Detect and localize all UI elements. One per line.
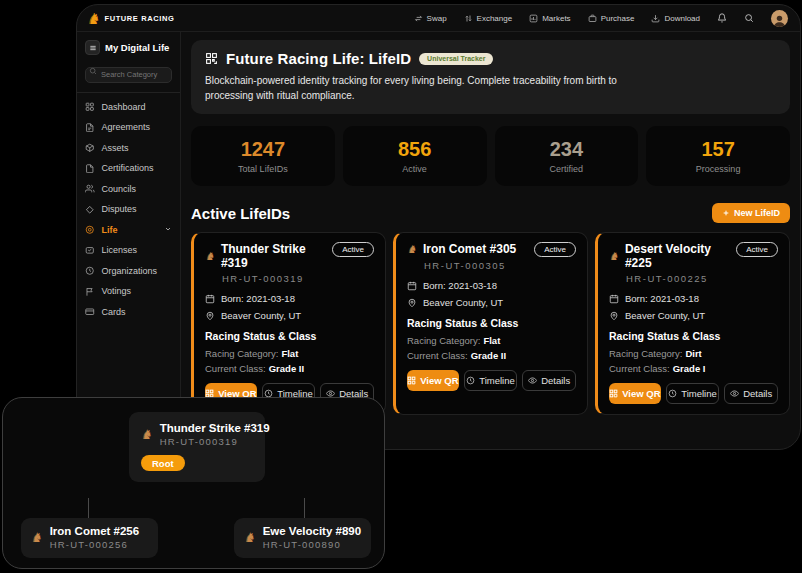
tree-node-root[interactable]: ♞ Thunder Strike #319 HR-UT-000319 Root (129, 412, 265, 482)
sidebar-item-label: Licenses (102, 245, 138, 255)
lifeid-code: HR-UT-000225 (626, 273, 778, 284)
top-nav: Swap Exchange Markets Purchase Download (414, 10, 788, 27)
sidebar-item-label: Life (102, 225, 118, 235)
clock-icon (85, 266, 95, 276)
clock-icon (466, 376, 475, 385)
diamond-icon (85, 205, 95, 215)
timeline-label: Timeline (479, 375, 515, 386)
timeline-label: Timeline (681, 388, 717, 399)
menu-toggle-button[interactable] (85, 40, 100, 55)
sidebar-item-life[interactable]: Life (85, 220, 172, 241)
tree-connector (304, 498, 305, 518)
person-icon (773, 14, 786, 27)
sidebar-item-label: Organizations (102, 266, 158, 276)
sidebar-item-disputes[interactable]: Disputes (85, 199, 172, 220)
sidebar-item-dashboard[interactable]: Dashboard (85, 97, 172, 118)
new-lifeid-button[interactable]: New LifeID (712, 203, 790, 223)
born-date: Born: 2021-03-18 (423, 280, 497, 291)
location-pin-icon (407, 298, 417, 308)
nav-markets[interactable]: Markets (529, 14, 570, 23)
stat-value: 157 (646, 139, 790, 159)
plus-icon (722, 209, 730, 217)
tree-connector (88, 498, 89, 518)
tree-node-id: HR-UT-000890 (263, 539, 361, 550)
sidebar-item-label: Dashboard (102, 102, 146, 112)
location-pin-icon (205, 311, 215, 321)
brand-horse-icon: ♞ (87, 11, 100, 26)
tree-node-name: Ewe Velocity #890 (263, 525, 361, 537)
sidebar-item-cards[interactable]: Cards (85, 302, 172, 323)
user-avatar[interactable] (771, 10, 788, 27)
exchange-icon (464, 14, 473, 23)
sidebar-item-label: Cards (102, 307, 126, 317)
stat-label: Total LifeIDs (191, 164, 335, 174)
clock-icon (668, 389, 677, 398)
sidebar-item-organizations[interactable]: Organizations (85, 261, 172, 282)
nav-purchase[interactable]: Purchase (588, 14, 635, 23)
status-badge: Active (534, 242, 576, 257)
racing-category-label: Racing Category: (407, 335, 480, 346)
credit-card-icon (85, 307, 95, 317)
details-button[interactable]: Details (724, 383, 778, 404)
sidebar-header: My Digital Life (85, 40, 172, 55)
tree-node-child[interactable]: ♞ Iron Comet #256 HR-UT-000256 (21, 518, 158, 558)
location: Beaver County, UT (221, 310, 301, 321)
sidebar: My Digital Life Dashboard Agreements (77, 32, 181, 449)
details-label: Details (743, 388, 772, 399)
notifications-button[interactable] (717, 13, 727, 23)
lineage-tree-panel: ♞ Thunder Strike #319 HR-UT-000319 Root … (2, 397, 385, 569)
lifeid-name: Desert Velocity #225 (625, 242, 736, 270)
sidebar-item-councils[interactable]: Councils (85, 179, 172, 200)
current-class-label: Current Class: (407, 350, 468, 361)
view-qr-button[interactable]: View QR (609, 383, 661, 404)
view-qr-button[interactable]: View QR (407, 370, 459, 391)
search-category-input[interactable] (85, 67, 172, 83)
horse-icon: ♞ (31, 531, 43, 544)
status-badge: Active (332, 242, 374, 257)
app-body: My Digital Life Dashboard Agreements (77, 32, 800, 449)
racing-status-title: Racing Status & Class (609, 330, 778, 342)
markets-icon (529, 14, 538, 23)
brand-name: FUTURE RACING (104, 14, 174, 23)
sidebar-item-label: Votings (102, 286, 132, 296)
nav-download[interactable]: Download (651, 14, 700, 23)
location: Beaver County, UT (625, 310, 705, 321)
tree-node-child[interactable]: ♞ Ewe Velocity #890 HR-UT-000890 (234, 518, 371, 558)
timeline-button[interactable]: Timeline (666, 383, 720, 404)
brand-logo[interactable]: ♞ FUTURE RACING (87, 11, 174, 26)
nav-exchange[interactable]: Exchange (464, 14, 513, 23)
current-class-label: Current Class: (609, 363, 670, 374)
tree-node-name: Iron Comet #256 (50, 525, 139, 537)
nav-swap[interactable]: Swap (414, 14, 447, 23)
box-icon (85, 143, 95, 153)
flag-icon (85, 287, 95, 297)
sidebar-item-certifications[interactable]: Certifications (85, 158, 172, 179)
racing-category-value: Dirt (685, 348, 701, 359)
nav-purchase-label: Purchase (601, 14, 635, 23)
sidebar-item-licenses[interactable]: Licenses (85, 240, 172, 261)
details-button[interactable]: Details (522, 370, 576, 391)
stat-label: Active (343, 164, 487, 174)
timeline-button[interactable]: Timeline (464, 370, 518, 391)
sidebar-item-assets[interactable]: Assets (85, 138, 172, 159)
lifeid-name: Thunder Strike #319 (221, 242, 332, 270)
sidebar-item-label: Assets (102, 143, 129, 153)
bell-icon (717, 13, 727, 23)
users-icon (85, 184, 95, 194)
sidebar-item-votings[interactable]: Votings (85, 281, 172, 302)
chevron-down-icon (164, 225, 172, 235)
qr-code-icon (407, 376, 416, 385)
sidebar-item-agreements[interactable]: Agreements (85, 117, 172, 138)
born-date: Born: 2021-03-18 (221, 293, 295, 304)
search-icon (89, 67, 97, 75)
racing-status-title: Racing Status & Class (407, 317, 576, 329)
qr-code-icon (205, 52, 218, 65)
stat-active: 856 Active (343, 126, 487, 186)
sidebar-search (85, 63, 172, 83)
tree-node-id: HR-UT-000256 (50, 539, 139, 550)
page-header-panel: Future Racing Life: LifeID Universal Tra… (191, 40, 790, 114)
search-button[interactable] (744, 13, 754, 23)
qr-code-icon (609, 389, 618, 398)
calendar-icon (609, 294, 619, 304)
current-class-value: Grade II (471, 350, 506, 361)
